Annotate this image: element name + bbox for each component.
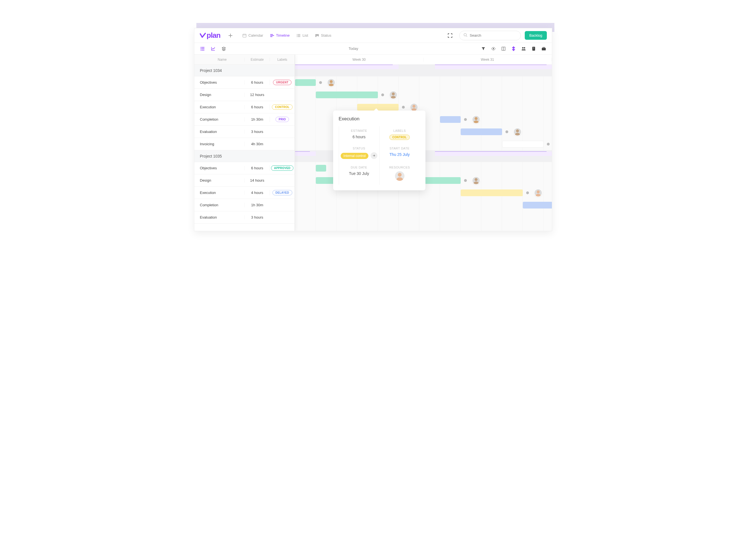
today-label[interactable]: Today (227, 47, 480, 51)
search-box[interactable] (459, 31, 521, 40)
tool-layers-icon[interactable] (221, 46, 227, 52)
gantt-bar[interactable] (461, 190, 523, 196)
svg-rect-1 (316, 34, 316, 37)
label-badge: PRIO (276, 117, 289, 122)
avatar[interactable] (389, 91, 398, 99)
status-next-button[interactable] (371, 152, 377, 159)
calendar-icon (242, 33, 247, 38)
tab-timeline[interactable]: Timeline (267, 32, 293, 39)
task-row[interactable]: Invoicing 4h 30m (194, 138, 295, 150)
task-row[interactable]: Execution 6 hours CONTROL (194, 101, 295, 113)
timeline-icon (270, 33, 275, 38)
avatar[interactable] (472, 115, 480, 124)
project-header-1035[interactable]: Project 1035 (194, 150, 295, 162)
project-header-1034[interactable]: Project 1034 (194, 65, 295, 76)
briefcase-icon[interactable] (541, 46, 547, 52)
columns-icon[interactable] (500, 46, 507, 52)
resource-avatar[interactable] (395, 171, 404, 181)
task-row[interactable]: Objectives 6 hours APPROVED (194, 162, 295, 174)
status-dot (547, 143, 550, 145)
project-outline (435, 65, 552, 69)
col-labels: Labels (270, 58, 295, 62)
svg-point-4 (464, 34, 466, 36)
col-estimate: Estimate (245, 58, 270, 62)
tab-status[interactable]: Status (312, 32, 334, 39)
filter-icon[interactable] (480, 46, 486, 52)
avatar[interactable] (410, 103, 418, 111)
timeline-body[interactable]: Execution ESTIMATE 6 hours LABELS CONTRO… (295, 65, 552, 231)
server-icon[interactable] (530, 46, 537, 52)
search-input[interactable] (470, 33, 517, 37)
svg-point-14 (392, 92, 394, 95)
task-row[interactable]: Completion 1h 30m PRIO (194, 113, 295, 125)
gantt-bar[interactable] (440, 116, 461, 123)
backlog-button[interactable]: Backlog (525, 31, 547, 40)
gantt-bar[interactable] (502, 141, 544, 147)
view-tabs: Calendar Timeline List Status (239, 32, 334, 39)
status-dot (526, 191, 529, 194)
svg-point-5 (493, 48, 494, 49)
eye-icon[interactable] (490, 46, 496, 52)
tab-calendar[interactable]: Calendar (239, 32, 266, 39)
svg-point-20 (398, 173, 402, 177)
tool-chart-icon[interactable] (210, 46, 216, 52)
task-row[interactable]: Evaluation 3 hours (194, 125, 295, 138)
timeline-panel: Week 30 Week 31 (295, 55, 552, 231)
fullscreen-button[interactable] (446, 31, 454, 40)
users-icon[interactable] (521, 46, 527, 52)
pop-status: STATUS Internal control (339, 144, 379, 163)
gantt-row (295, 89, 552, 101)
search-icon (463, 33, 467, 38)
status-dot (506, 131, 508, 133)
status-pill[interactable]: Internal control (341, 153, 368, 159)
gantt-bar[interactable] (295, 79, 316, 86)
pop-start-date: START DATE Thu 25 July (379, 144, 420, 163)
label-badge: CONTROL (390, 135, 410, 140)
gantt-bar[interactable] (316, 165, 326, 172)
add-button[interactable] (227, 32, 234, 39)
task-row[interactable]: Design 14 hours (194, 174, 295, 187)
tab-timeline-label: Timeline (276, 33, 290, 37)
puzzle-icon[interactable] (511, 46, 517, 52)
project-outline (435, 151, 552, 156)
gantt-bar[interactable] (523, 202, 552, 208)
svg-point-8 (524, 47, 525, 49)
start-date-link[interactable]: Thu 25 July (381, 152, 419, 157)
gantt-bar[interactable] (316, 91, 378, 98)
task-row[interactable]: Objectives 6 hours URGENT (194, 76, 295, 89)
status-dot (319, 81, 322, 84)
svg-point-7 (522, 47, 523, 49)
status-dot (402, 106, 405, 109)
label-badge: CONTROL (272, 104, 293, 110)
label-badge: APPROVED (271, 165, 294, 171)
task-row[interactable]: Completion 1h 30m (194, 199, 295, 211)
tool-list-icon[interactable] (199, 46, 206, 52)
status-dot (464, 118, 467, 121)
gantt-bar[interactable] (461, 129, 502, 135)
label-badge: URGENT (273, 80, 291, 85)
tab-status-label: Status (321, 33, 332, 37)
project-outline (295, 65, 399, 69)
status-icon (315, 33, 319, 38)
gantt-row (295, 76, 552, 89)
svg-point-17 (516, 129, 519, 132)
logo[interactable]: plan (199, 31, 221, 40)
task-row[interactable]: Execution 4 hours DELAYED (194, 187, 295, 199)
status-dot (381, 93, 384, 96)
task-row[interactable]: Evaluation 3 hours (194, 211, 295, 224)
left-panel: Name Estimate Labels Project 1034 Object… (194, 55, 295, 231)
svg-point-10 (534, 47, 534, 48)
task-row[interactable]: Design 12 hours (194, 89, 295, 101)
avatar[interactable] (327, 78, 335, 87)
pop-estimate: ESTIMATE 6 hours (339, 126, 379, 144)
label-badge: DELAYED (272, 190, 292, 195)
avatar[interactable] (472, 176, 480, 185)
svg-point-11 (534, 49, 534, 49)
avatar[interactable] (534, 189, 542, 197)
main: Name Estimate Labels Project 1034 Object… (194, 55, 552, 231)
task-popover: Execution ESTIMATE 6 hours LABELS CONTRO… (333, 111, 426, 190)
week-30: Week 30 (295, 58, 424, 62)
avatar[interactable] (513, 128, 522, 136)
list-icon (296, 33, 301, 38)
tab-list[interactable]: List (293, 32, 311, 39)
